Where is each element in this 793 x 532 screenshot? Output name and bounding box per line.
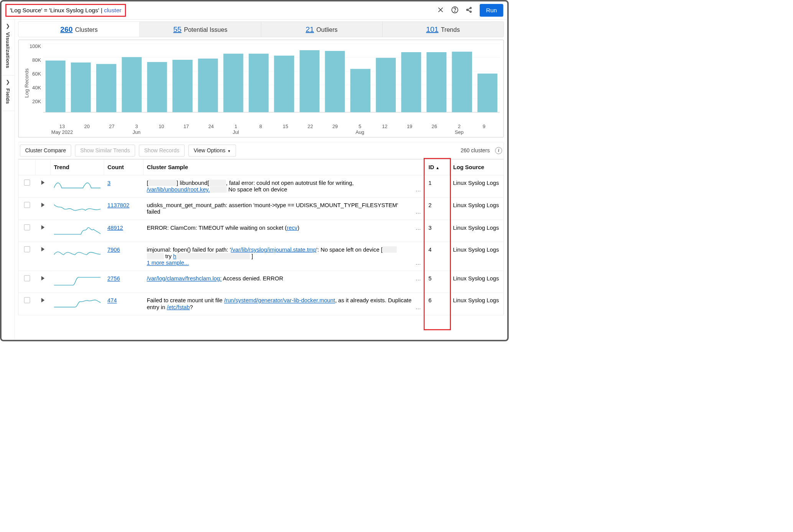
info-icon[interactable]: i	[495, 147, 502, 154]
bar[interactable]	[426, 52, 446, 112]
row-id: 4	[425, 242, 449, 271]
col-source[interactable]: Log Source	[449, 159, 503, 175]
count-link[interactable]: 1137802	[107, 202, 129, 209]
sample-link[interactable]: /run/systemd/generator/var-lib-docker.mo…	[224, 297, 335, 304]
row-id: 1	[425, 175, 449, 197]
trend-sparkline	[54, 202, 100, 214]
row-actions-icon[interactable]: …	[415, 224, 421, 231]
row-actions-icon[interactable]: …	[415, 186, 421, 193]
fields-panel-toggle[interactable]: ❯ Fields	[2, 76, 15, 111]
row-checkbox[interactable]	[24, 297, 30, 303]
top-bar: 'Log Source' = 'Linux Syslog Logs' | clu…	[2, 2, 507, 20]
trend-sparkline	[54, 246, 100, 258]
col-count[interactable]: Count	[104, 159, 143, 175]
row-id: 2	[425, 198, 449, 220]
count-link[interactable]: 48912	[107, 224, 123, 231]
bar[interactable]	[477, 74, 497, 112]
table-row: 3[xxxxxxxxxx] libunbound[xxxxxx, fatal e…	[18, 175, 504, 197]
expand-icon[interactable]	[41, 225, 44, 230]
row-actions-icon[interactable]: …	[415, 209, 421, 215]
view-options-button[interactable]: View Options▼	[188, 145, 236, 156]
table-row: 48912ERROR: ClamCom: TIMEOUT while waiti…	[18, 220, 504, 242]
sample-link[interactable]: h	[173, 253, 176, 259]
col-expand	[36, 159, 50, 175]
cluster-compare-button[interactable]: Cluster Compare	[20, 145, 71, 156]
sample-link[interactable]: /var/log/clamav/freshclam.log:	[147, 275, 222, 282]
bar[interactable]	[299, 50, 319, 112]
row-checkbox[interactable]	[24, 246, 30, 252]
tab-clusters[interactable]: 260Clusters	[18, 21, 140, 37]
row-id: 3	[425, 220, 449, 242]
count-link[interactable]: 2756	[107, 275, 120, 282]
share-icon[interactable]	[466, 6, 473, 15]
tab-potential-issues[interactable]: 55Potential Issues	[140, 21, 261, 37]
run-button[interactable]: Run	[480, 4, 503, 16]
col-sample[interactable]: Cluster Sample	[143, 159, 425, 175]
sample-link[interactable]: /var/lib/unbound/root.key.	[147, 186, 210, 193]
row-actions-icon[interactable]: …	[415, 260, 421, 266]
bar[interactable]	[173, 60, 192, 112]
query-input[interactable]: 'Log Source' = 'Linux Syslog Logs' | clu…	[5, 4, 126, 16]
bar[interactable]	[376, 58, 396, 112]
more-samples-link[interactable]: 1 more sample...	[147, 260, 189, 266]
caret-down-icon: ▼	[227, 149, 231, 153]
bar[interactable]	[452, 51, 472, 112]
clear-icon[interactable]	[437, 6, 444, 15]
help-icon[interactable]	[451, 6, 458, 15]
table-row: 474Failed to create mount unit file /run…	[18, 293, 504, 315]
redacted-text: xxxxx	[383, 246, 397, 253]
bar[interactable]	[325, 51, 345, 112]
expand-icon[interactable]	[41, 247, 44, 252]
row-source: Linux Syslog Logs	[449, 220, 503, 242]
bar[interactable]	[223, 54, 243, 112]
bar[interactable]	[147, 62, 167, 112]
tab-outliers[interactable]: 21Outliers	[261, 21, 382, 37]
svg-point-2	[467, 9, 468, 11]
row-source: Linux Syslog Logs	[449, 198, 503, 220]
tab-count: 55	[173, 25, 181, 33]
row-checkbox[interactable]	[24, 202, 30, 208]
sample-link[interactable]: /var/lib/rsyslog/imjournal.state.tmp	[231, 246, 316, 253]
bar[interactable]	[71, 63, 91, 112]
query-text: 'Log Source' = 'Linux Syslog Logs' |	[10, 7, 104, 13]
trend-sparkline	[54, 275, 100, 287]
bar[interactable]	[122, 57, 141, 112]
bar[interactable]	[401, 52, 421, 112]
redacted-text: xxxxxxxxxx	[148, 180, 177, 186]
bar[interactable]	[96, 64, 116, 112]
row-checkbox[interactable]	[24, 224, 30, 230]
row-actions-icon[interactable]: …	[415, 275, 421, 282]
bar-plot[interactable]	[43, 44, 500, 113]
bar[interactable]	[274, 56, 294, 112]
row-checkbox[interactable]	[24, 275, 30, 281]
row-source: Linux Syslog Logs	[449, 175, 503, 197]
col-id[interactable]: ID▲	[425, 159, 449, 175]
col-trend[interactable]: Trend	[50, 159, 104, 175]
tab-trends[interactable]: 101Trends	[382, 21, 503, 37]
bar[interactable]	[45, 61, 65, 112]
row-checkbox[interactable]	[24, 180, 30, 185]
trend-sparkline	[54, 224, 100, 236]
count-link[interactable]: 7906	[107, 246, 120, 253]
sample-link[interactable]: recv	[287, 224, 298, 231]
bar[interactable]	[249, 54, 269, 112]
row-source: Linux Syslog Logs	[449, 271, 503, 293]
expand-icon[interactable]	[41, 180, 44, 185]
tab-label: Potential Issues	[184, 26, 227, 33]
row-id: 6	[425, 293, 449, 315]
sample-link[interactable]: /etc/fstab	[167, 304, 190, 310]
count-link[interactable]: 3	[107, 180, 110, 186]
bar[interactable]	[198, 58, 218, 112]
expand-icon[interactable]	[41, 298, 44, 303]
row-actions-icon[interactable]: …	[415, 304, 421, 310]
y-axis-label: Log Records	[22, 44, 30, 122]
trend-sparkline	[54, 297, 100, 309]
expand-icon[interactable]	[41, 203, 44, 208]
bar[interactable]	[350, 69, 370, 112]
expand-icon[interactable]	[41, 276, 44, 281]
results-toolbar: Cluster Compare Show Similar Trends Show…	[18, 142, 503, 159]
visualizations-panel-toggle[interactable]: ❯ Visualizations	[2, 20, 15, 76]
count-link[interactable]: 474	[107, 297, 117, 304]
row-id: 5	[425, 271, 449, 293]
tab-count: 21	[306, 25, 314, 33]
